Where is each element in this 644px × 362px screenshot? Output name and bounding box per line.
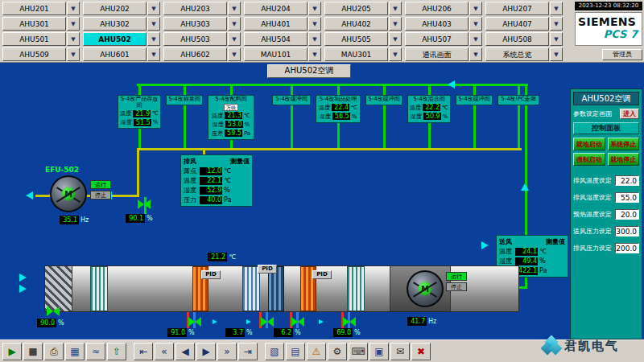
nav-screen-button[interactable]: AHU206 — [405, 2, 469, 15]
nav-screen-button[interactable]: AHU503 — [163, 32, 227, 46]
keyboard-button[interactable]: ⌨ — [349, 343, 368, 360]
nav-dropdown-button[interactable]: ▼ — [228, 47, 241, 61]
measurement-unit: ℃ — [152, 110, 159, 117]
nav-dropdown-button[interactable]: ▼ — [389, 47, 402, 61]
alarm-button[interactable]: ⚠ — [307, 343, 326, 360]
nav-dropdown-button[interactable]: ▼ — [228, 17, 241, 31]
enter-settings-button[interactable]: 进入 — [620, 109, 639, 119]
export-button[interactable]: ⇧ — [107, 343, 126, 360]
coil-valve-icon[interactable] — [188, 317, 201, 327]
nav-dropdown-button[interactable]: ▼ — [550, 32, 563, 46]
nav-prev-button[interactable]: ◀ — [175, 343, 195, 360]
nav-dropdown-button[interactable]: ▼ — [228, 32, 241, 46]
measurement-unit: ℃ — [539, 248, 547, 255]
nav-dropdown-button[interactable]: ▼ — [147, 2, 160, 15]
nav-fast-next-button[interactable]: » — [217, 343, 237, 360]
nav-dropdown-button[interactable]: ▼ — [469, 17, 482, 31]
report-button[interactable]: ▤ — [286, 343, 305, 360]
setpoint-value[interactable]: 22.0 — [615, 175, 639, 186]
nav-dropdown-button[interactable]: ▼ — [147, 47, 160, 61]
nav-next-button[interactable]: ▶ — [196, 343, 216, 360]
nav-screen-button[interactable]: MAU101 — [244, 47, 308, 61]
nav-screen-button[interactable]: 系统总览 — [485, 47, 549, 61]
setpoint-value[interactable]: 55.0 — [615, 192, 639, 203]
nav-dropdown-button[interactable]: ▼ — [389, 2, 402, 15]
close-button[interactable]: ✖ — [411, 343, 431, 360]
nav-screen-button[interactable]: AHU501 — [2, 32, 66, 46]
nav-screen-button[interactable]: AHU201 — [2, 2, 66, 15]
nav-dropdown-button[interactable]: ▼ — [67, 32, 80, 46]
nav-dropdown-button[interactable]: ▼ — [147, 32, 160, 46]
print-button[interactable]: ⎙ — [44, 343, 64, 360]
nav-screen-button[interactable]: AHU401 — [244, 17, 308, 31]
control-command-button[interactable]: 就地启动 — [573, 138, 605, 150]
nav-dropdown-button[interactable]: ▼ — [550, 2, 563, 15]
nav-screen-button[interactable]: AHU303 — [163, 17, 227, 31]
nav-screen-button[interactable]: AHU204 — [244, 2, 308, 15]
nav-dropdown-button[interactable]: ▼ — [67, 2, 80, 15]
nav-screen-button[interactable]: AHU505 — [324, 32, 388, 46]
coil-valve-icon[interactable] — [343, 317, 356, 327]
nav-dropdown-button[interactable]: ▼ — [308, 17, 321, 31]
control-command-button[interactable]: 强制启动 — [573, 153, 605, 166]
nav-screen-button[interactable]: AHU203 — [163, 2, 227, 15]
nav-screen-button[interactable]: AHU508 — [485, 32, 549, 46]
nav-screen-button[interactable]: 通讯画面 — [405, 47, 469, 61]
nav-screen-button[interactable]: AHU402 — [324, 17, 388, 31]
nav-screen-button[interactable]: AHU202 — [83, 2, 147, 15]
nav-screen-button[interactable]: AHU205 — [324, 2, 388, 15]
message-button[interactable]: ✉ — [390, 343, 410, 360]
trend-button[interactable]: ≈ — [86, 343, 105, 360]
pid-controller[interactable]: PID — [258, 265, 277, 274]
nav-screen-button[interactable]: AHU407 — [485, 17, 549, 31]
nav-screen-button[interactable]: AHU207 — [485, 2, 549, 15]
nav-dropdown-button[interactable]: ▼ — [228, 2, 241, 15]
nav-first-button[interactable]: ⇤ — [134, 343, 153, 360]
nav-dropdown-button[interactable]: ▼ — [469, 2, 482, 15]
nav-dropdown-button[interactable]: ▼ — [550, 17, 563, 31]
nav-screen-button[interactable]: MAU301 — [324, 47, 388, 61]
nav-dropdown-button[interactable]: ▼ — [308, 47, 321, 61]
pid-controller[interactable]: PID — [201, 270, 221, 279]
coil-valve-icon[interactable] — [261, 317, 274, 327]
nav-screen-button[interactable]: AHU504 — [244, 32, 308, 46]
control-command-button[interactable]: 就地停止 — [608, 153, 640, 166]
nav-screen-button[interactable]: AHU507 — [405, 32, 469, 46]
nav-dropdown-button[interactable]: ▼ — [67, 17, 80, 31]
nav-fast-prev-button[interactable]: « — [155, 343, 174, 360]
control-command-button[interactable]: 系统停止 — [608, 138, 640, 150]
nav-dropdown-button[interactable]: ▼ — [67, 47, 80, 61]
run-button[interactable]: ▶ — [2, 343, 22, 360]
settings-button[interactable]: ⚙ — [328, 343, 347, 360]
coil-valve-icon[interactable] — [291, 317, 304, 327]
nav-screen-button[interactable]: AHU509 — [2, 47, 66, 61]
nav-last-button[interactable]: ⇥ — [238, 343, 258, 360]
nav-screen-button[interactable]: AHU502 — [83, 32, 147, 46]
setpoint-value[interactable]: 200.0 — [615, 243, 639, 253]
nav-dropdown-button[interactable]: ▼ — [389, 32, 402, 46]
fresh-air-damper-icon[interactable] — [47, 306, 60, 316]
exhaust-valve-icon[interactable] — [138, 200, 151, 209]
pid-controller[interactable]: PID — [312, 270, 332, 279]
nav-screen-button[interactable]: AHU601 — [83, 47, 147, 61]
nav-screen-button[interactable]: AHU301 — [2, 17, 66, 31]
nav-dropdown-button[interactable]: ▼ — [469, 47, 482, 61]
overview-button[interactable]: ▧ — [265, 343, 284, 360]
screen-select-button[interactable]: ▦ — [65, 343, 85, 360]
nav-dropdown-button[interactable]: ▼ — [469, 32, 482, 46]
nav-screen-button[interactable]: AHU602 — [163, 47, 227, 61]
measurement-unit: ℃ — [224, 177, 231, 184]
stop-button[interactable]: ■ — [23, 343, 43, 360]
save-button[interactable]: ▣ — [369, 343, 389, 360]
measurement-value: 22.4 — [332, 104, 349, 111]
setpoint-value[interactable]: 20.0 — [615, 209, 639, 220]
nav-dropdown-button[interactable]: ▼ — [308, 2, 321, 15]
nav-dropdown-button[interactable]: ▼ — [550, 47, 563, 61]
measurement-value: 12.0 — [200, 167, 222, 175]
nav-screen-button[interactable]: AHU302 — [83, 17, 147, 31]
nav-dropdown-button[interactable]: ▼ — [389, 17, 402, 31]
nav-screen-button[interactable]: AHU403 — [405, 17, 469, 31]
setpoint-value[interactable]: 300.0 — [615, 226, 639, 237]
nav-dropdown-button[interactable]: ▼ — [308, 32, 321, 46]
nav-dropdown-button[interactable]: ▼ — [147, 17, 160, 31]
